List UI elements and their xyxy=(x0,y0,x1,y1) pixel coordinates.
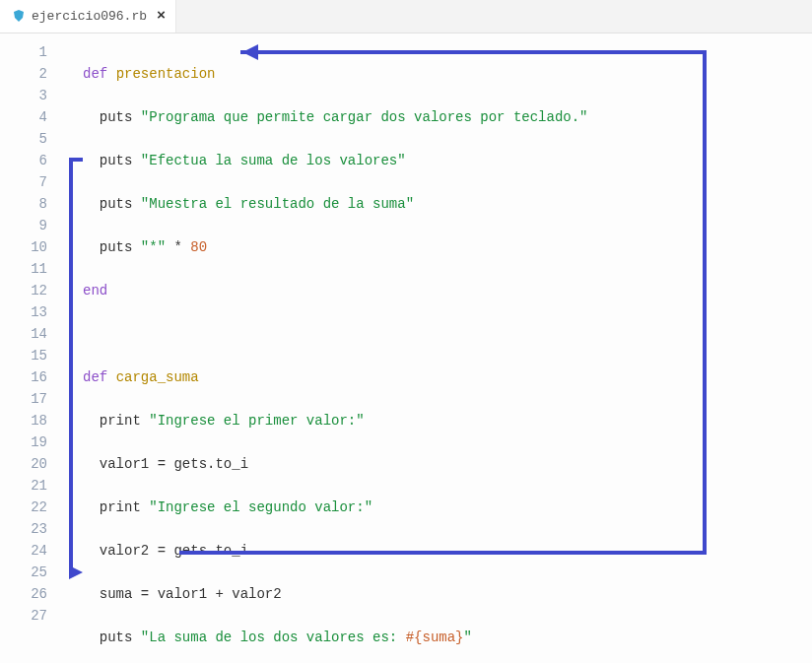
line-number: 14 xyxy=(0,323,47,345)
line-number: 7 xyxy=(0,171,47,193)
line-number-gutter: 1234567891011121314151617181920212223242… xyxy=(0,33,63,663)
string-literal: "La suma de los dos valores es: xyxy=(141,630,406,645)
expression: valor1 + valor2 xyxy=(158,586,282,602)
line-number: 25 xyxy=(0,562,47,583)
line-number: 6 xyxy=(0,150,47,171)
line-number: 2 xyxy=(0,63,47,85)
line-number: 27 xyxy=(0,605,47,627)
string-literal: "Ingrese el primer valor:" xyxy=(149,413,364,429)
method-call: print xyxy=(100,413,141,429)
line-number: 17 xyxy=(0,388,47,410)
operator: = xyxy=(158,543,166,559)
string-interpolation: #{suma} xyxy=(406,630,464,645)
line-number: 10 xyxy=(0,236,47,258)
line-number: 18 xyxy=(0,410,47,431)
method-call: puts xyxy=(100,239,133,255)
method-call: puts xyxy=(100,153,133,168)
line-number: 16 xyxy=(0,366,47,388)
keyword-def: def xyxy=(83,369,107,385)
file-tab[interactable]: ejercicio096.rb × xyxy=(0,0,176,33)
string-literal: " xyxy=(463,630,471,645)
tab-bar: ejercicio096.rb × xyxy=(0,0,812,33)
method-call: gets xyxy=(173,456,207,472)
line-number: 21 xyxy=(0,475,47,497)
line-number: 19 xyxy=(0,431,47,453)
method-call: to_i xyxy=(215,543,248,559)
line-number: 20 xyxy=(0,453,47,475)
line-number: 4 xyxy=(0,106,47,128)
string-literal: "Muestra el resultado de la suma" xyxy=(141,196,414,212)
variable: valor2 xyxy=(100,543,149,559)
line-number: 13 xyxy=(0,301,47,323)
method-call: to_i xyxy=(215,456,248,472)
method-call: puts xyxy=(100,196,133,212)
method-call: puts xyxy=(100,109,133,125)
string-literal: "Efectua la suma de los valores" xyxy=(141,153,406,168)
file-tab-label: ejercicio096.rb xyxy=(32,9,147,24)
line-number: 22 xyxy=(0,497,47,518)
line-number: 23 xyxy=(0,518,47,540)
line-number: 24 xyxy=(0,540,47,562)
method-name: presentacion xyxy=(116,66,216,82)
line-number: 15 xyxy=(0,345,47,366)
line-number: 12 xyxy=(0,280,47,301)
line-number: 26 xyxy=(0,583,47,605)
variable: suma xyxy=(100,586,133,602)
line-number: 5 xyxy=(0,128,47,150)
string-literal: "Programa que permite cargar dos valores… xyxy=(141,109,588,125)
code-area[interactable]: def presentacion puts "Programa que perm… xyxy=(63,33,812,663)
close-tab-icon[interactable]: × xyxy=(157,8,166,25)
number-literal: 80 xyxy=(190,239,207,255)
line-number: 9 xyxy=(0,215,47,236)
line-number: 11 xyxy=(0,258,47,280)
ruby-file-icon xyxy=(12,9,26,23)
operator: = xyxy=(158,456,166,472)
string-literal: "*" xyxy=(141,239,166,255)
code-editor[interactable]: 1234567891011121314151617181920212223242… xyxy=(0,33,812,663)
string-literal: "Ingrese el segundo valor:" xyxy=(149,499,372,515)
keyword-def: def xyxy=(83,66,107,82)
line-number: 1 xyxy=(0,41,47,63)
line-number: 3 xyxy=(0,85,47,106)
operator: * xyxy=(173,239,181,255)
method-call: gets xyxy=(173,543,207,559)
variable: valor1 xyxy=(100,456,149,472)
method-name: carga_suma xyxy=(116,369,199,385)
method-call: puts xyxy=(100,630,133,645)
line-number: 8 xyxy=(0,193,47,215)
keyword-end: end xyxy=(83,283,107,298)
operator: = xyxy=(141,586,149,602)
method-call: print xyxy=(100,499,141,515)
